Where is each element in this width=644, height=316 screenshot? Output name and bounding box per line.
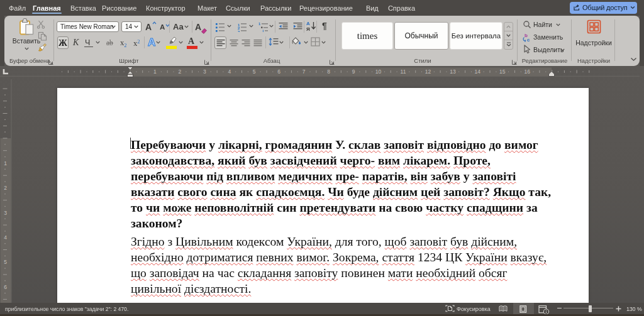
- svg-text:5: 5: [4, 259, 7, 265]
- svg-text:6: 6: [4, 284, 7, 290]
- svg-text:6: 6: [277, 68, 280, 75]
- svg-text:10: 10: [375, 68, 382, 75]
- svg-text:11: 11: [401, 68, 406, 75]
- svg-text:2: 2: [179, 68, 182, 75]
- svg-text:4: 4: [228, 68, 231, 75]
- svg-text:15: 15: [499, 68, 506, 75]
- svg-text:Я: Я: [306, 26, 310, 32]
- svg-text:7: 7: [303, 68, 306, 75]
- svg-text:8: 8: [327, 68, 330, 75]
- svg-text:А: А: [148, 36, 155, 48]
- svg-text:13: 13: [450, 68, 456, 75]
- svg-text:12: 12: [425, 68, 431, 75]
- svg-text:2: 2: [4, 185, 7, 191]
- svg-text:1: 1: [4, 160, 7, 166]
- svg-text:16: 16: [524, 68, 530, 75]
- svg-text:3: 3: [203, 68, 206, 75]
- svg-text:3: 3: [4, 210, 7, 216]
- svg-text:1: 1: [153, 68, 157, 75]
- svg-text:i: i: [263, 29, 264, 33]
- svg-text:9: 9: [352, 68, 355, 75]
- svg-text:14: 14: [475, 68, 481, 75]
- svg-text:5: 5: [253, 68, 256, 75]
- svg-text:c: c: [527, 37, 530, 42]
- svg-text:1: 1: [258, 22, 261, 26]
- svg-text:4: 4: [4, 234, 7, 241]
- svg-text:3: 3: [238, 30, 240, 33]
